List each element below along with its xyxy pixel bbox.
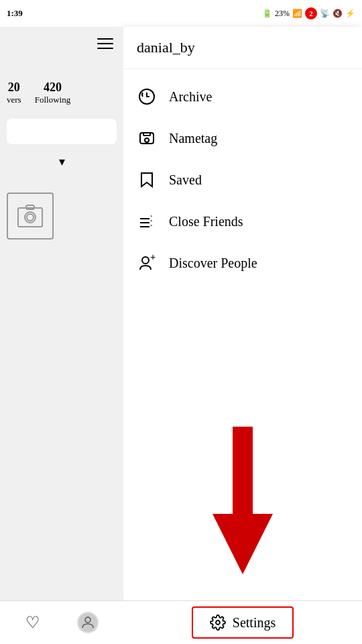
bottom-nav: ♡ Settings (0, 600, 362, 644)
bottom-nav-right: Settings (123, 606, 362, 639)
following-label: Following (35, 95, 70, 105)
left-panel-header (0, 27, 123, 60)
status-bar: 1:39 🔋 23% 📶 2 📡 🔇 ⚡ (0, 0, 362, 27)
person-photo-icon (17, 203, 44, 229)
signal-icon: 📶 (292, 9, 302, 19)
battery-icon: 🔋 (262, 9, 272, 19)
arrow-container (123, 343, 362, 645)
badge-2: 2 (305, 7, 317, 19)
red-down-arrow (213, 427, 273, 574)
status-icons: 🔋 23% 📶 2 📡 🔇 ⚡ (262, 7, 355, 19)
menu-item-nametag[interactable]: Nametag (123, 117, 362, 159)
status-time: 1:39 (7, 8, 23, 19)
nametag-label: Nametag (169, 131, 217, 146)
following-count: 420 (44, 80, 62, 95)
svg-point-2 (27, 214, 34, 221)
bottom-nav-left: ♡ (0, 612, 123, 633)
svg-rect-6 (143, 133, 150, 136)
svg-rect-0 (18, 208, 42, 227)
charge-icon: ⚡ (345, 9, 355, 19)
followers-count: 20 (8, 80, 20, 95)
discover-people-icon: + (137, 253, 157, 273)
close-friends-label: Close Friends (169, 214, 243, 229)
settings-button[interactable]: Settings (192, 606, 294, 639)
heart-icon[interactable]: ♡ (25, 613, 40, 632)
right-drawer: danial_by Archive (123, 27, 362, 644)
drawer-menu: Archive Nametag (123, 69, 362, 343)
menu-item-discover-people[interactable]: + Discover People (123, 242, 362, 284)
profile-avatar[interactable] (77, 612, 99, 633)
svg-rect-16 (233, 427, 253, 514)
svg-point-19 (216, 621, 220, 625)
svg-marker-17 (213, 514, 273, 574)
search-bar[interactable] (7, 119, 117, 144)
following-stat: 420 Following (35, 80, 70, 105)
photo-placeholder (7, 193, 54, 239)
saved-label: Saved (169, 172, 202, 188)
settings-label: Settings (233, 615, 276, 631)
archive-icon (137, 87, 157, 107)
drawer-username: danial_by (123, 27, 362, 69)
menu-item-close-friends[interactable]: * * * Close Friends (123, 201, 362, 242)
svg-point-18 (85, 617, 90, 623)
discover-people-label: Discover People (169, 256, 257, 271)
chevron-area: ▾ (0, 151, 123, 172)
archive-label: Archive (169, 89, 212, 105)
svg-point-7 (145, 138, 149, 142)
profile-stats: 20 vers 420 Following (0, 60, 123, 112)
svg-text:+: + (150, 254, 156, 262)
settings-gear-icon (210, 614, 226, 631)
menu-item-archive[interactable]: Archive (123, 76, 362, 117)
menu-item-saved[interactable]: Saved (123, 159, 362, 201)
chevron-down-icon[interactable]: ▾ (59, 154, 65, 169)
wifi-icon: 📡 (320, 9, 330, 19)
svg-text:*: * (150, 223, 153, 229)
main-layout: 20 vers 420 Following ▾ danial_by (0, 27, 362, 644)
saved-icon (137, 170, 157, 190)
mute-icon: 🔇 (333, 9, 343, 19)
left-panel: 20 vers 420 Following ▾ (0, 27, 123, 644)
close-friends-icon: * * * (137, 211, 157, 231)
nametag-icon (137, 128, 157, 148)
followers-stat: 20 vers (7, 80, 21, 105)
followers-label: vers (7, 95, 21, 105)
battery-percent: 23% (275, 9, 290, 19)
svg-point-14 (142, 257, 149, 264)
hamburger-button[interactable] (97, 38, 113, 49)
